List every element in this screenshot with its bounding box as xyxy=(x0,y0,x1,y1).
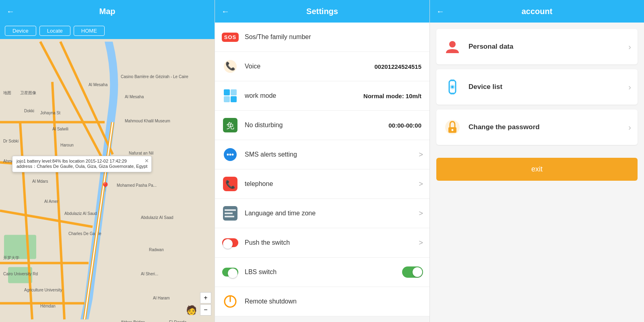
settings-item-workmode[interactable]: work mode Normal mode: 10m/t xyxy=(215,81,429,111)
device-button[interactable]: Device xyxy=(5,26,36,36)
svg-text:Mahmoud Khalil Museum: Mahmoud Khalil Museum xyxy=(125,119,170,123)
sos-label: Sos/The family number xyxy=(245,33,423,41)
settings-item-sms[interactable]: SMS alerts setting > xyxy=(215,140,429,169)
svg-point-56 xyxy=(232,154,234,156)
map-area[interactable]: 地图 卫星图像 Dokki Dr Sobki Ahmed Zewail 开罗大学… xyxy=(0,39,215,322)
workmode-icon xyxy=(221,87,239,105)
settings-item-telephone[interactable]: 📞 telephone > xyxy=(215,169,429,199)
svg-text:Nafurat an Nil: Nafurat an Nil xyxy=(129,151,153,155)
locate-button[interactable]: Locate xyxy=(39,26,70,36)
svg-point-54 xyxy=(227,154,229,156)
sos-icon: SOS xyxy=(221,28,239,46)
svg-point-68 xyxy=(451,86,454,88)
svg-text:Hémdan: Hémdan xyxy=(40,304,56,308)
devicelist-label: Device list xyxy=(469,83,628,91)
watch-icon xyxy=(443,77,462,97)
user-avatar: 🧑 xyxy=(186,305,197,316)
home-button[interactable]: HOME xyxy=(74,26,105,36)
svg-text:Al Mdars: Al Mdars xyxy=(32,179,48,184)
popup-line2: address：Charles De Gaulle, Oula, Giza, G… xyxy=(17,163,147,169)
sms-label: SMS alerts setting xyxy=(245,151,419,158)
settings-header: ← Settings xyxy=(215,0,429,23)
telephone-icon: 📞 xyxy=(221,175,239,193)
svg-text:Dr Sobki: Dr Sobki xyxy=(3,139,19,143)
sms-arrow: > xyxy=(419,151,423,159)
svg-text:📞: 📞 xyxy=(225,61,235,71)
svg-text:Radwan: Radwan xyxy=(149,248,164,252)
settings-title: Settings xyxy=(306,7,338,16)
sms-icon xyxy=(221,146,239,163)
nodisturb-value: 00:00-00:00 xyxy=(388,122,421,129)
settings-item-voice[interactable]: 📞 Voice 00201224524515 xyxy=(215,52,429,81)
svg-rect-61 xyxy=(225,213,233,214)
account-panel: ← account Personal data › xyxy=(429,0,644,322)
svg-rect-48 xyxy=(231,89,237,95)
lbs-toggle[interactable] xyxy=(402,266,423,278)
account-item-personal[interactable]: Personal data › xyxy=(436,29,638,64)
popup-close[interactable]: ✕ xyxy=(144,158,149,164)
account-title: account xyxy=(522,7,553,16)
pushswitch-arrow: > xyxy=(419,239,423,247)
svg-text:Agriculture University: Agriculture University xyxy=(24,288,62,292)
shutdown-icon xyxy=(221,293,239,310)
pushswitch-icon xyxy=(221,234,239,252)
svg-text:免: 免 xyxy=(226,121,234,130)
settings-item-shutdown[interactable]: Remote shutdown xyxy=(215,287,429,316)
lock-icon xyxy=(443,118,462,137)
svg-text:开罗大学: 开罗大学 xyxy=(3,256,19,260)
svg-text:Al Haram: Al Haram xyxy=(153,296,170,300)
svg-text:卫星图像: 卫星图像 xyxy=(20,91,36,95)
svg-text:Abdulaziz Al Saud: Abdulaziz Al Saud xyxy=(64,211,97,216)
map-panel: ← Map Device Locate HOME 地图 xyxy=(0,0,215,322)
svg-text:Casino Barrière de Gézirah - L: Casino Barrière de Gézirah - Le Caire xyxy=(121,74,188,79)
personal-arrow: › xyxy=(628,42,631,52)
settings-item-lbsswitch[interactable]: LBS switch xyxy=(215,258,429,287)
lbsswitch-icon xyxy=(221,263,239,281)
svg-rect-49 xyxy=(224,96,230,102)
language-label: Language and time zone xyxy=(245,210,419,217)
svg-rect-62 xyxy=(225,216,234,217)
svg-rect-60 xyxy=(225,209,236,211)
account-item-devicelist[interactable]: Device list › xyxy=(436,69,638,105)
map-pin: 📍 xyxy=(100,182,111,192)
settings-item-language[interactable]: Language and time zone > xyxy=(215,199,429,228)
svg-text:Al Sheri...: Al Sheri... xyxy=(141,272,158,276)
personal-label: Personal data xyxy=(469,43,628,51)
svg-rect-47 xyxy=(224,89,230,95)
svg-text:El-Rawda: El-Rawda xyxy=(169,320,187,322)
svg-text:📞: 📞 xyxy=(225,180,235,189)
shutdown-label: Remote shutdown xyxy=(245,298,423,305)
changepassword-label: Change the password xyxy=(469,123,628,131)
map-popup: ✕ jojo1 battery level:84% lbs location 2… xyxy=(12,156,152,172)
svg-text:Al Mesaha: Al Mesaha xyxy=(89,83,108,87)
popup-line1: jojo1 battery level:84% lbs location 201… xyxy=(17,159,147,163)
svg-rect-69 xyxy=(450,79,454,81)
map-title: Map xyxy=(99,7,116,16)
exit-button[interactable]: exit xyxy=(436,158,638,181)
workmode-label: work mode xyxy=(245,92,363,99)
svg-point-73 xyxy=(452,129,454,131)
person-icon xyxy=(443,37,462,56)
account-header: ← account xyxy=(430,0,644,23)
settings-item-nodisturb[interactable]: 免 No disturbing 00:00-00:00 xyxy=(215,111,429,140)
settings-list: SOS Sos/The family number 📞 Voice 002012… xyxy=(215,23,429,322)
svg-text:地图: 地图 xyxy=(3,91,11,95)
lbsswitch-label: LBS switch xyxy=(245,268,402,276)
map-header: ← Map xyxy=(0,0,215,23)
push-toggle[interactable] xyxy=(222,238,238,247)
settings-item-pushswitch[interactable]: Push the switch > xyxy=(215,228,429,258)
zoom-in-button[interactable]: + xyxy=(200,292,211,303)
settings-back-arrow[interactable]: ← xyxy=(221,7,229,16)
svg-text:Al Mesaha: Al Mesaha xyxy=(125,95,144,99)
account-back-arrow[interactable]: ← xyxy=(436,7,444,16)
voice-label: Voice xyxy=(245,63,374,70)
voice-value: 00201224524515 xyxy=(374,63,421,70)
map-back-arrow[interactable]: ← xyxy=(6,7,14,16)
svg-point-55 xyxy=(229,154,231,156)
account-item-changepassword[interactable]: Change the password › xyxy=(436,109,638,145)
settings-item-sos[interactable]: SOS Sos/The family number xyxy=(215,23,429,52)
zoom-out-button[interactable]: − xyxy=(200,304,211,316)
language-icon xyxy=(221,204,239,222)
svg-text:Abdulaziz Al Saad: Abdulaziz Al Saad xyxy=(141,215,173,220)
telephone-arrow: > xyxy=(419,180,423,188)
